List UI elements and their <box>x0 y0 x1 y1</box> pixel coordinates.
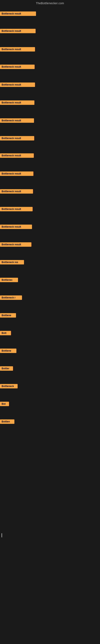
bottleneck-result-bar[interactable]: Bottlen <box>0 420 14 424</box>
bottleneck-result-bar[interactable]: Bottlenec <box>0 278 18 282</box>
bottleneck-result-bar[interactable]: Bottleneck r <box>0 296 22 300</box>
bottleneck-result-bar[interactable]: Bottleneck result <box>0 29 36 33</box>
bottleneck-result-bar[interactable]: Bottler <box>0 366 13 371</box>
bottleneck-result-bar[interactable]: Bottleneck result <box>0 12 36 16</box>
bottleneck-result-bar[interactable]: Bottleneck <box>0 384 18 388</box>
bottleneck-result-bar[interactable]: Bottleneck result <box>0 100 34 105</box>
bottleneck-result-bar[interactable]: Bottleneck result <box>0 153 34 158</box>
bottleneck-result-bar[interactable]: Bottleneck result <box>0 64 35 69</box>
site-title: TheBottlenecker.com <box>0 0 100 6</box>
bottleneck-result-bar[interactable]: Bottleneck result <box>0 242 31 247</box>
text-cursor <box>1 533 2 537</box>
bottleneck-result-bar[interactable]: Bottleneck result <box>0 207 33 211</box>
bottleneck-result-bar[interactable]: Bottleneck result <box>0 118 34 123</box>
bottleneck-result-bar[interactable]: Bottleneck res <box>0 260 24 264</box>
bottleneck-result-bar[interactable]: Bottleneck result <box>0 189 33 194</box>
bottleneck-result-bar[interactable]: Bottleneck result <box>0 47 35 52</box>
bottleneck-result-bar[interactable]: Bottleneck result <box>0 172 33 176</box>
bottleneck-result-bar[interactable]: Bot <box>0 402 9 406</box>
bottleneck-result-bar[interactable]: Bott <box>0 331 11 335</box>
bottleneck-result-bar[interactable]: Bottleneck result <box>0 82 35 87</box>
bottleneck-result-bar[interactable]: Bottlene <box>0 313 16 318</box>
bottleneck-result-bar[interactable]: Bottleneck result <box>0 224 32 229</box>
bottleneck-result-bar[interactable]: Bottleneck result <box>0 136 34 140</box>
bottleneck-result-bar[interactable]: Bottlene <box>0 348 16 353</box>
